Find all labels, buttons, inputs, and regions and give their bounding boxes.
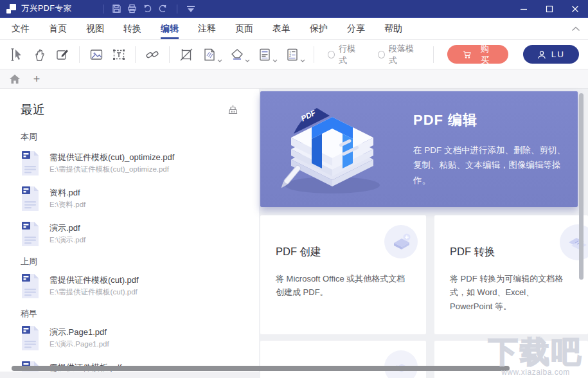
add-image-icon[interactable] [88, 45, 105, 64]
menu-item-share[interactable]: 分享 [347, 18, 365, 39]
minimize-button[interactable] [511, 0, 537, 18]
menu-item-page[interactable]: 页面 [235, 18, 253, 39]
card-description: 将 PDF 转换为可编辑的文档格式，如 Word、Excel、PowerPoin… [450, 272, 573, 313]
account-button[interactable]: LU [523, 45, 579, 64]
recent-file-item[interactable]: 资料.pdf E:\资料.pdf [21, 186, 242, 215]
quick-access-menu-icon[interactable] [183, 2, 199, 16]
pdf-file-icon [21, 221, 40, 249]
pdf-file-icon [21, 150, 40, 179]
file-name: 资料.pdf [49, 187, 85, 198]
divider [169, 46, 170, 63]
menu-item-protect[interactable]: 保护 [310, 18, 328, 39]
collapse-ribbon-icon[interactable] [571, 26, 580, 32]
banner-title: PDF 编辑 [413, 111, 578, 130]
section-label-last-week: 上周 [21, 256, 242, 266]
svg-text:2: 2 [289, 53, 291, 57]
chevron-down-icon [217, 59, 222, 62]
pdf-file-icon [21, 325, 40, 354]
chevron-down-icon [245, 59, 250, 62]
divider [314, 46, 314, 63]
horizontal-scrollbar[interactable] [12, 366, 510, 371]
menubar: 文件 首页 视图 转换 编辑 注释 页面 表单 保护 分享 帮助 [0, 18, 588, 40]
redo-icon[interactable] [156, 2, 171, 16]
undo-icon[interactable] [140, 2, 156, 16]
print-icon[interactable] [125, 2, 140, 16]
background-tool[interactable] [228, 45, 250, 64]
pdf-stack-illustration: PDF [260, 91, 409, 207]
recent-file-item[interactable]: 需提供证件模板(cut)_optimize.pdf E:\需提供证件模板(cut… [21, 150, 242, 180]
header-footer-tool[interactable] [256, 45, 278, 64]
feature-card-partial[interactable] [434, 341, 588, 378]
app-logo-icon [6, 4, 17, 14]
chevron-down-icon [272, 59, 278, 62]
link-icon[interactable] [144, 45, 161, 64]
add-text-icon[interactable] [111, 45, 127, 64]
edit-object-icon[interactable] [54, 45, 71, 64]
clear-recent-icon[interactable] [227, 104, 238, 118]
radio-circle-icon [378, 51, 385, 59]
vertical-scrollbar[interactable] [579, 93, 584, 280]
maximize-button[interactable] [537, 0, 562, 18]
bates-number-tool[interactable]: 12 [283, 45, 305, 64]
radio-circle-icon [328, 51, 335, 59]
save-icon[interactable] [109, 2, 125, 16]
main-content: 最近 本周 需提供证件模板(cut)_optimize.pdf E:\需提供证件… [0, 89, 588, 378]
section-label-earlier: 稍早 [21, 308, 242, 318]
file-name: 演示.pdf [49, 222, 85, 233]
pdf-file-icon [21, 273, 40, 302]
menu-item-form[interactable]: 表单 [272, 18, 290, 39]
watermark-icon [200, 45, 218, 64]
toolbar: 12 行模式 段落模式 购买 LU [0, 40, 588, 69]
feature-cards-row: PDF 创建 将 Microsoft Office 或其他格式文档创建成 PDF… [260, 215, 588, 334]
recent-file-item[interactable]: 需提供证件模板(cut).pdf E:\需提供证件模板(cut).pdf [21, 273, 242, 303]
file-path: E:\需提供证件模板(cut)_optimize.pdf [49, 165, 174, 174]
recent-file-item[interactable]: 演示.pdf E:\演示.pdf [21, 221, 242, 251]
bottom-strip [0, 372, 259, 378]
menu-item-help[interactable]: 帮助 [384, 18, 402, 39]
buy-button[interactable]: 购买 [447, 45, 508, 64]
line-mode-radio[interactable]: 行模式 [328, 43, 362, 66]
account-label: LU [551, 50, 565, 59]
buy-label: 购买 [477, 43, 493, 66]
watermark-tool[interactable] [200, 45, 222, 64]
feature-cards-row-partial [260, 341, 588, 378]
app-window: 万兴PDF专家 文件 [0, 0, 588, 378]
file-name: 需提供证件模板(cut).pdf [49, 274, 139, 285]
recent-title: 最近 [21, 102, 242, 117]
hand-tool-icon[interactable] [31, 45, 48, 64]
promo-panel: PDF PDF 编辑 在 PDF 文档中进行添加、 [259, 89, 588, 378]
feature-icon [384, 350, 418, 378]
pdf-edit-banner[interactable]: PDF PDF 编辑 在 PDF 文档中进行添加、 [260, 91, 578, 207]
recent-files-panel: 最近 本周 需提供证件模板(cut)_optimize.pdf E:\需提供证件… [0, 89, 259, 378]
close-button[interactable] [562, 0, 588, 18]
banner-description: 在 PDF 文档中进行添加、删除、剪切、 复制、粘贴、文本编辑，图像编辑等操作。 [413, 143, 578, 188]
card-description: 将 Microsoft Office 或其他格式文档创建成 PDF。 [276, 272, 411, 300]
chevron-down-icon [300, 59, 305, 62]
file-path: E:\资料.pdf [49, 200, 85, 210]
crop-icon[interactable] [178, 45, 195, 64]
menu-item-annotate[interactable]: 注释 [198, 18, 216, 39]
pdf-convert-card[interactable]: PDF 转换 将 PDF 转换为可编辑的文档格式，如 Word、Excel、Po… [434, 215, 588, 334]
tab-row: + [0, 69, 588, 89]
background-icon [228, 45, 246, 64]
recent-file-item[interactable]: 演示.Page1.pdf E:\演示.Page1.pdf [21, 325, 242, 355]
feature-card-partial[interactable] [260, 341, 426, 378]
new-tab-button[interactable]: + [31, 73, 42, 85]
pdf-create-card[interactable]: PDF 创建 将 Microsoft Office 或其他格式文档创建成 PDF… [260, 215, 426, 334]
select-tool-icon[interactable] [9, 45, 26, 64]
menu-item-edit[interactable]: 编辑 [161, 18, 179, 39]
home-tab-icon[interactable] [9, 74, 21, 84]
menu-item-view[interactable]: 视图 [86, 18, 104, 39]
menu-item-file[interactable]: 文件 [12, 18, 30, 39]
paragraph-mode-label: 段落模式 [389, 43, 420, 66]
menu-item-home[interactable]: 首页 [49, 18, 67, 39]
divider [177, 4, 177, 14]
paragraph-mode-radio[interactable]: 段落模式 [378, 43, 420, 66]
menu-items: 文件 首页 视图 转换 编辑 注释 页面 表单 保护 分享 帮助 [12, 18, 402, 39]
divider [135, 46, 136, 63]
file-path: E:\演示.Page1.pdf [49, 339, 109, 349]
divider [79, 46, 80, 63]
pdf-file-icon [21, 186, 40, 214]
menu-item-convert[interactable]: 转换 [123, 18, 141, 39]
file-path: E:\演示.pdf [49, 235, 85, 245]
